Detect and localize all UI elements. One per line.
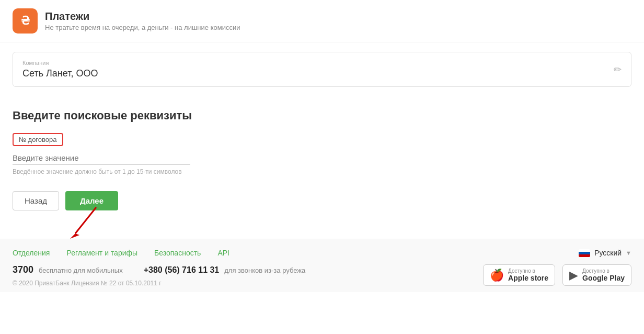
footer-language-selector[interactable]: Русский ▼ bbox=[579, 249, 631, 257]
footer-nav-left: Отделения Регламент и тарифы Безопасност… bbox=[13, 249, 229, 257]
app-title: Платежи bbox=[45, 10, 240, 23]
header-text: Платежи Не тратьте время на очереди, а д… bbox=[45, 10, 240, 31]
google-badge-large: Google Play bbox=[582, 274, 625, 282]
phone-intl-number: +380 (56) 716 11 31 bbox=[144, 265, 220, 275]
google-play-icon: ▶ bbox=[569, 269, 578, 282]
back-button[interactable]: Назад bbox=[13, 191, 59, 210]
next-button[interactable]: Далее bbox=[65, 191, 118, 210]
flag-icon bbox=[579, 249, 590, 257]
apple-store-badge[interactable]: 🍎 Доступно в Apple store bbox=[483, 264, 555, 286]
footer-nav-security[interactable]: Безопасность bbox=[154, 249, 201, 257]
chevron-down-icon: ▼ bbox=[626, 250, 631, 256]
company-info: Компания Сеть Ланет, ООО bbox=[22, 60, 98, 79]
company-card: Компания Сеть Ланет, ООО ✏ bbox=[13, 52, 631, 87]
logo-letter: ₴ bbox=[21, 14, 30, 28]
contract-number-input[interactable] bbox=[13, 151, 190, 165]
svg-line-0 bbox=[75, 207, 96, 233]
copyright: © 2020 ПриватБанк Лицензия № 22 от 05.10… bbox=[13, 280, 305, 287]
footer-nav-branches[interactable]: Отделения bbox=[13, 249, 50, 257]
footer-nav: Отделения Регламент и тарифы Безопасност… bbox=[13, 249, 631, 257]
apple-badge-text: Доступно в Apple store bbox=[508, 268, 548, 282]
field-chip[interactable]: № договора bbox=[13, 133, 63, 146]
app-logo: ₴ bbox=[13, 8, 38, 34]
phone-intl-label: для звонков из-за рубежа bbox=[224, 266, 305, 274]
main-content: Введите поисковые реквизиты № договора В… bbox=[0, 96, 644, 223]
app-badges: 🍎 Доступно в Apple store ▶ Доступно в Go… bbox=[483, 264, 631, 286]
company-name: Сеть Ланет, ООО bbox=[22, 68, 98, 79]
footer-nav-tariffs[interactable]: Регламент и тарифы bbox=[66, 249, 137, 257]
footer-info-row: 3700 бесплатно для мобильных +380 (56) 7… bbox=[13, 264, 631, 287]
footer-contacts: 3700 бесплатно для мобильных +380 (56) 7… bbox=[13, 264, 305, 287]
apple-badge-small: Доступно в bbox=[508, 268, 548, 274]
edit-icon[interactable]: ✏ bbox=[614, 64, 622, 75]
footer-nav-api[interactable]: API bbox=[217, 249, 229, 257]
svg-marker-1 bbox=[70, 233, 79, 239]
page-header: ₴ Платежи Не тратьте время на очереди, а… bbox=[0, 0, 644, 42]
app-subtitle: Не тратьте время на очереди, а деньги - … bbox=[45, 24, 240, 31]
footer: Отделения Регламент и тарифы Безопасност… bbox=[0, 239, 644, 292]
contact-free: 3700 бесплатно для мобильных +380 (56) 7… bbox=[13, 264, 305, 275]
google-play-badge[interactable]: ▶ Доступно в Google Play bbox=[562, 264, 631, 286]
phone-free-label: бесплатно для мобильных bbox=[39, 266, 123, 274]
button-row: Назад Далее bbox=[13, 191, 118, 210]
apple-icon: 🍎 bbox=[490, 269, 504, 282]
apple-badge-large: Apple store bbox=[508, 274, 548, 282]
company-label: Компания bbox=[22, 60, 98, 66]
form-hint: Введённое значение должно быть от 1 до 1… bbox=[13, 168, 631, 175]
language-label: Русский bbox=[594, 249, 622, 257]
google-badge-text: Доступно в Google Play bbox=[582, 268, 625, 282]
phone-free-number: 3700 bbox=[13, 264, 33, 275]
google-badge-small: Доступно в bbox=[582, 268, 625, 274]
form-title: Введите поисковые реквизиты bbox=[13, 109, 631, 123]
